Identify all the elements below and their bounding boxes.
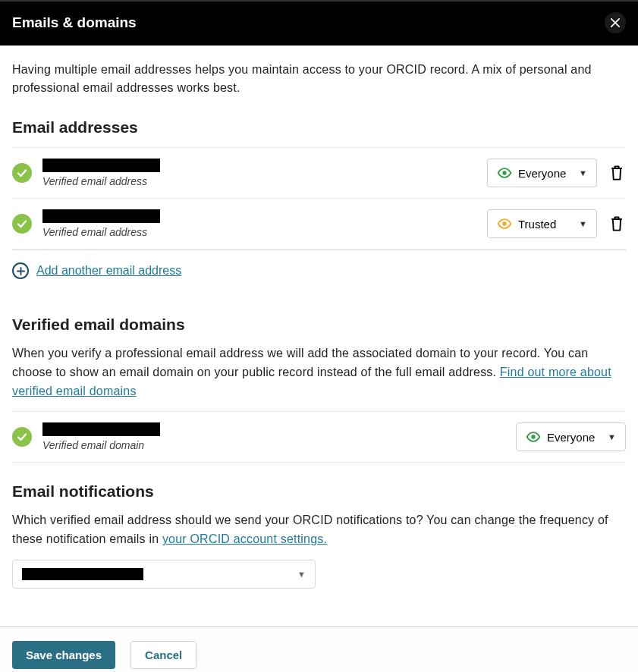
- visibility-selector[interactable]: Everyone ▼: [516, 422, 626, 451]
- notification-email-select[interactable]: ▼: [12, 560, 316, 589]
- verified-domain-label: Verified email domain: [42, 439, 505, 451]
- eye-icon: [497, 216, 512, 231]
- visibility-label: Everyone: [547, 431, 595, 444]
- verified-domains-description: When you verify a professional email add…: [12, 344, 626, 400]
- chevron-down-icon: ▼: [297, 570, 306, 579]
- dialog-footer: Save changes Cancel: [0, 626, 638, 672]
- visibility-label: Trusted: [518, 218, 556, 231]
- email-value-redacted: [42, 209, 160, 223]
- domain-value-block: Verified email domain: [42, 422, 505, 451]
- email-value-block: Verified email address: [42, 209, 476, 238]
- close-button[interactable]: [605, 12, 626, 33]
- verified-check-icon: [12, 214, 32, 234]
- visibility-selector[interactable]: Everyone ▼: [487, 159, 597, 187]
- dialog-title: Emails & domains: [12, 14, 137, 31]
- dialog-header: Emails & domains: [0, 0, 638, 46]
- chevron-down-icon: ▼: [608, 432, 616, 441]
- plus-icon: [12, 262, 29, 279]
- close-icon: [611, 18, 620, 27]
- eye-icon: [526, 429, 541, 444]
- verified-check-icon: [12, 427, 32, 447]
- add-email-row[interactable]: Add another email address: [12, 250, 626, 300]
- eye-icon: [497, 165, 512, 181]
- dialog-content: Having multiple email addresses helps yo…: [0, 46, 638, 601]
- email-addresses-heading: Email addresses: [12, 118, 626, 137]
- svg-point-1: [502, 221, 506, 225]
- domain-value-redacted: [42, 422, 160, 436]
- selected-email-redacted: [22, 568, 143, 580]
- email-row: Verified email address Everyone ▼: [12, 147, 626, 198]
- verified-domains-heading: Verified email domains: [12, 316, 626, 334]
- account-settings-link[interactable]: your ORCID account settings.: [162, 532, 327, 545]
- visibility-label: Everyone: [518, 167, 566, 180]
- cancel-button[interactable]: Cancel: [130, 641, 196, 669]
- intro-text: Having multiple email addresses helps yo…: [12, 61, 626, 97]
- verified-label: Verified email address: [42, 226, 476, 238]
- email-value-redacted: [42, 159, 160, 172]
- chevron-down-icon: ▼: [579, 168, 587, 177]
- email-notifications-description: Which verified email address should we s…: [12, 511, 626, 549]
- delete-button[interactable]: [608, 214, 626, 234]
- chevron-down-icon: ▼: [579, 219, 587, 228]
- verified-check-icon: [12, 163, 32, 183]
- domain-row: Verified email domain Everyone ▼: [12, 411, 626, 463]
- trash-icon: [608, 215, 625, 233]
- email-value-block: Verified email address: [42, 159, 476, 187]
- delete-button[interactable]: [608, 163, 626, 183]
- visibility-selector[interactable]: Trusted ▼: [487, 209, 597, 238]
- save-button[interactable]: Save changes: [12, 641, 115, 669]
- verified-label: Verified email address: [42, 175, 476, 187]
- svg-point-2: [531, 435, 535, 439]
- email-notifications-heading: Email notifications: [12, 482, 626, 501]
- trash-icon: [608, 164, 625, 182]
- email-row: Verified email address Trusted ▼: [12, 198, 626, 250]
- add-email-link[interactable]: Add another email address: [36, 264, 181, 278]
- svg-point-0: [502, 171, 506, 174]
